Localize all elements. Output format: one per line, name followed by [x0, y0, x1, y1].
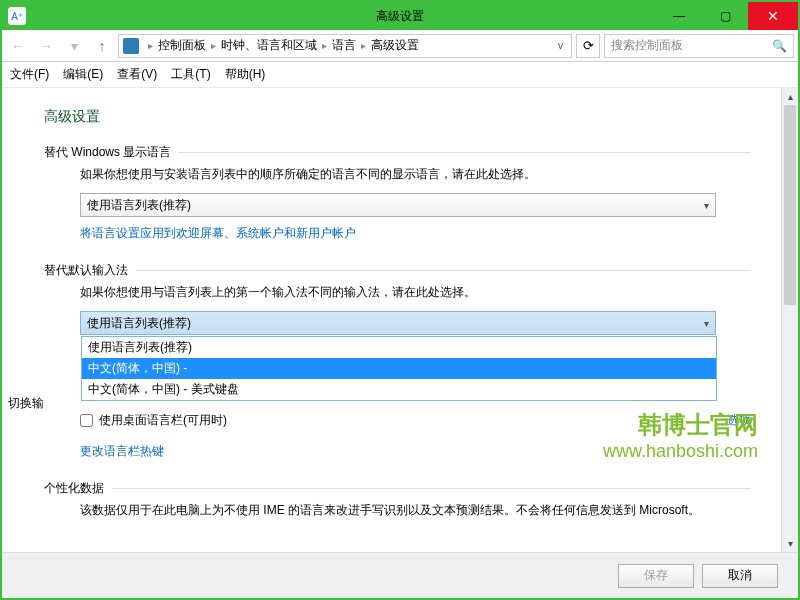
menu-tools[interactable]: 工具(T): [171, 66, 210, 83]
section-desc: 如果你想使用与安装语言列表中的顺序所确定的语言不同的显示语言，请在此处选择。: [80, 165, 751, 183]
minimize-button[interactable]: —: [656, 2, 702, 30]
section-display-language: 如果你想使用与安装语言列表中的顺序所确定的语言不同的显示语言，请在此处选择。 使…: [44, 165, 751, 242]
save-button[interactable]: 保存: [618, 564, 694, 588]
input-method-combo[interactable]: 使用语言列表(推荐) ▾ 使用语言列表(推荐) 中文(简体，中国) - 中文(简…: [80, 311, 716, 335]
chevron-down-icon: ▾: [704, 200, 709, 211]
titlebar[interactable]: A⁺ 高级设置 — ▢ ✕: [2, 2, 798, 30]
section-switch-input: 使用桌面语言栏(可用时) 选项 更改语言栏热键: [44, 412, 751, 460]
breadcrumb-dropdown-icon[interactable]: v: [554, 40, 567, 51]
menu-edit[interactable]: 编辑(E): [63, 66, 103, 83]
maximize-button[interactable]: ▢: [702, 2, 748, 30]
search-placeholder: 搜索控制面板: [611, 37, 683, 54]
chevron-right-icon: ▸: [148, 40, 153, 51]
menu-view[interactable]: 查看(V): [117, 66, 157, 83]
window-frame: A⁺ 高级设置 — ▢ ✕ ← → ▾ ↑ ▸ 控制面板 ▸ 时钟、语言和区域 …: [0, 0, 800, 600]
breadcrumb-item[interactable]: 控制面板: [158, 37, 206, 54]
scroll-down-icon[interactable]: ▾: [782, 535, 798, 552]
chevron-right-icon: ▸: [322, 40, 327, 51]
scroll-pane: 高级设置 替代 Windows 显示语言 如果你想使用与安装语言列表中的顺序所确…: [2, 88, 781, 552]
desktop-langbar-checkbox[interactable]: [80, 414, 93, 427]
chevron-right-icon: ▸: [361, 40, 366, 51]
dropdown-option[interactable]: 中文(简体，中国) - 美式键盘: [82, 379, 716, 400]
vertical-scrollbar[interactable]: ▴ ▾: [781, 88, 798, 552]
dropdown-option-selected[interactable]: 中文(简体，中国) -: [82, 358, 716, 379]
section-desc: 如果你想使用与语言列表上的第一个输入法不同的输入法，请在此处选择。: [80, 283, 751, 301]
breadcrumb-item[interactable]: 语言: [332, 37, 356, 54]
section-desc: 该数据仅用于在此电脑上为不使用 IME 的语言来改进手写识别以及文本预测结果。不…: [80, 501, 751, 519]
app-icon: A⁺: [8, 7, 26, 25]
refresh-button[interactable]: ⟳: [576, 34, 600, 58]
breadcrumb-item[interactable]: 时钟、语言和区域: [221, 37, 317, 54]
search-input[interactable]: 搜索控制面板 🔍: [604, 34, 794, 58]
divider: [112, 488, 751, 489]
scrollbar-thumb[interactable]: [784, 105, 796, 305]
apply-to-welcome-link[interactable]: 将语言设置应用到欢迎屏幕、系统帐户和新用户帐户: [80, 225, 356, 242]
scroll-up-icon[interactable]: ▴: [782, 88, 798, 105]
cancel-button[interactable]: 取消: [702, 564, 778, 588]
section-personal-data-label: 个性化数据: [44, 480, 751, 497]
nav-toolbar: ← → ▾ ↑ ▸ 控制面板 ▸ 时钟、语言和区域 ▸ 语言 ▸ 高级设置 v …: [2, 30, 798, 62]
forward-arrow-icon[interactable]: →: [34, 34, 58, 58]
chevron-down-icon: ▾: [704, 318, 709, 329]
options-link[interactable]: 选项: [727, 412, 751, 429]
section-personal-data: 该数据仅用于在此电脑上为不使用 IME 的语言来改进手写识别以及文本预测结果。不…: [44, 501, 751, 519]
scrollbar-track[interactable]: [782, 305, 798, 535]
window-title: 高级设置: [376, 8, 424, 25]
search-icon: 🔍: [772, 39, 787, 53]
breadcrumb-item[interactable]: 高级设置: [371, 37, 419, 54]
breadcrumb-icon: [123, 38, 139, 54]
back-arrow-icon[interactable]: ←: [6, 34, 30, 58]
checkbox-label: 使用桌面语言栏(可用时): [99, 412, 227, 429]
content-area: 高级设置 替代 Windows 显示语言 如果你想使用与安装语言列表中的顺序所确…: [2, 88, 798, 552]
section-input-method: 如果你想使用与语言列表上的第一个输入法不同的输入法，请在此处选择。 使用语言列表…: [44, 283, 751, 335]
section-switch-input-label: 切换输: [8, 395, 58, 412]
display-language-combo[interactable]: 使用语言列表(推荐) ▾: [80, 193, 716, 217]
recent-dropdown-icon[interactable]: ▾: [62, 34, 86, 58]
section-input-method-label: 替代默认输入法: [44, 262, 751, 279]
up-arrow-icon[interactable]: ↑: [90, 34, 114, 58]
input-method-dropdown: 使用语言列表(推荐) 中文(简体，中国) - 中文(简体，中国) - 美式键盘: [81, 336, 717, 401]
section-display-language-label: 替代 Windows 显示语言: [44, 144, 751, 161]
close-button[interactable]: ✕: [748, 2, 798, 30]
menu-help[interactable]: 帮助(H): [225, 66, 266, 83]
window-controls: — ▢ ✕: [656, 2, 798, 30]
divider: [136, 270, 751, 271]
footer: 保存 取消: [2, 552, 798, 598]
breadcrumb[interactable]: ▸ 控制面板 ▸ 时钟、语言和区域 ▸ 语言 ▸ 高级设置 v: [118, 34, 572, 58]
hotkey-link[interactable]: 更改语言栏热键: [80, 443, 164, 460]
chevron-right-icon: ▸: [211, 40, 216, 51]
menu-file[interactable]: 文件(F): [10, 66, 49, 83]
dropdown-option[interactable]: 使用语言列表(推荐): [82, 337, 716, 358]
page-title: 高级设置: [44, 108, 751, 126]
menubar: 文件(F) 编辑(E) 查看(V) 工具(T) 帮助(H): [2, 62, 798, 88]
divider: [179, 152, 751, 153]
desktop-langbar-row: 使用桌面语言栏(可用时) 选项: [80, 412, 751, 429]
